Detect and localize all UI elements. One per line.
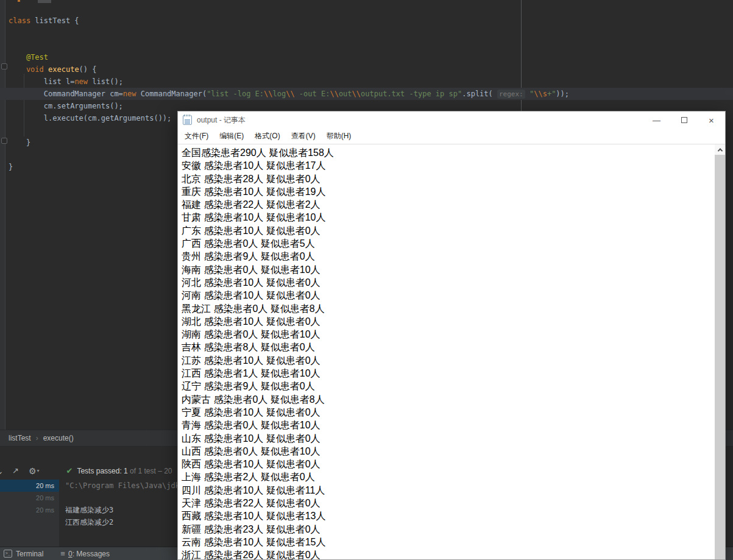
notepad-text-line: 湖北 感染患者10人 疑似患者0人 [182, 315, 715, 328]
messages-label: : Messages [73, 550, 110, 558]
notepad-menubar: 文件(F)编辑(E)格式(O)查看(V)帮助(H) [178, 129, 725, 144]
collapse-all-icon[interactable]: ⌄ [0, 466, 6, 476]
notepad-text-line: 山西 感染患者0人 疑似患者10人 [182, 445, 715, 458]
tests-passed-detail: of 1 test – 20 [128, 467, 172, 475]
terminal-icon: >_ [4, 550, 12, 558]
tab-remnant [38, 0, 51, 3]
menu-item-0[interactable]: 文件(F) [179, 131, 214, 141]
notepad-text-line: 全国感染患者290人 疑似患者158人 [182, 146, 715, 159]
scroll-up-button[interactable] [715, 144, 725, 155]
code-line [0, 27, 733, 39]
notepad-text-line: 新疆 感染患者23人 疑似患者0人 [182, 523, 715, 536]
menu-item-2[interactable]: 格式(O) [249, 131, 285, 141]
test-duration-row[interactable]: 20 ms [0, 492, 59, 504]
maximize-button[interactable] [670, 112, 698, 129]
notepad-icon [183, 115, 192, 125]
breadcrumb-class[interactable]: listTest [9, 434, 31, 442]
messages-icon: ≡ [60, 549, 65, 558]
chevron-right-icon: › [36, 434, 38, 442]
notepad-text-line: 河南 感染患者10人 疑似患者0人 [182, 289, 715, 302]
code-line: CommandManager cm=new CommandManager("li… [0, 88, 733, 100]
notepad-text-line: 重庆 感染患者10人 疑似患者19人 [182, 185, 715, 198]
notepad-text-line: 甘肃 感染患者10人 疑似患者10人 [182, 211, 715, 224]
gear-icon[interactable]: ⚙ [29, 466, 37, 476]
notepad-text-line: 江西 感染患者1人 疑似患者10人 [182, 367, 715, 380]
scroll-up-icon [717, 148, 722, 153]
notepad-text-line: 湖南 感染患者0人 疑似患者10人 [182, 328, 715, 341]
window-controls: — × [643, 112, 725, 129]
test-duration-list[interactable]: 20 ms20 ms20 ms [0, 480, 59, 547]
notepad-text-line: 广西 感染患者0人 疑似患者5人 [182, 237, 715, 250]
menu-item-3[interactable]: 查看(V) [286, 131, 321, 141]
breadcrumb-method[interactable]: execute() [43, 434, 74, 442]
notepad-text-line: 四川 感染患者10人 疑似患者11人 [182, 484, 715, 497]
notepad-text-line: 上海 感染患者2人 疑似患者0人 [182, 470, 715, 483]
code-line [0, 39, 733, 51]
messages-toolwindow-button[interactable]: 0: Messages [68, 550, 110, 558]
code-line: void execute() { [0, 63, 733, 76]
notepad-text-line: 河北 感染患者10人 疑似患者0人 [182, 276, 715, 289]
notepad-text-line: 北京 感染患者28人 疑似患者0人 [182, 172, 715, 185]
notepad-text-line: 内蒙古 感染患者0人 疑似患者8人 [182, 393, 715, 406]
code-remnant [18, 0, 20, 2]
notepad-window: output - 记事本 — × 文件(F)编辑(E)格式(O)查看(V)帮助(… [177, 111, 726, 560]
fold-icon[interactable] [1, 63, 7, 69]
maximize-icon [681, 117, 687, 123]
notepad-text-line: 西藏 感染患者10人 疑似患者13人 [182, 509, 715, 522]
notepad-text-line: 福建 感染患者22人 疑似患者2人 [182, 198, 715, 211]
notepad-text-line: 青海 感染患者0人 疑似患者10人 [182, 419, 715, 431]
notepad-text-line: 广东 感染患者10人 疑似患者0人 [182, 224, 715, 237]
screen: class listTest { @Test void execute() { … [0, 0, 733, 560]
tests-passed-check-icon: ✔ [66, 466, 73, 475]
code-line: @Test [0, 51, 733, 63]
menu-item-1[interactable]: 编辑(E) [214, 131, 249, 141]
code-line: cm.setArguments(); [0, 100, 733, 112]
code-line: list l=new list(); [0, 76, 733, 88]
notepad-text-line: 吉林 感染患者8人 疑似患者0人 [182, 341, 715, 353]
notepad-text-line: 陕西 感染患者10人 疑似患者0人 [182, 458, 715, 470]
code-line: class listTest { [0, 15, 733, 27]
messages-count: 0 [68, 550, 73, 558]
tests-passed-label: Tests passed: 1 [77, 467, 127, 475]
test-duration-row[interactable]: 20 ms [0, 480, 59, 492]
close-button[interactable]: × [698, 112, 725, 129]
notepad-text-line: 安徽 感染患者10人 疑似患者17人 [182, 159, 715, 172]
notepad-text-line: 山东 感染患者10人 疑似患者0人 [182, 432, 715, 445]
notepad-text-line: 黑龙江 感染患者0人 疑似患者8人 [182, 302, 715, 315]
menu-item-4[interactable]: 帮助(H) [321, 131, 357, 141]
notepad-window-title: output - 记事本 [197, 115, 246, 126]
notepad-titlebar[interactable]: output - 记事本 — × [178, 112, 725, 129]
chevron-down-icon: ▾ [37, 468, 39, 473]
notepad-text-area[interactable]: 全国感染患者290人 疑似患者158人安徽 感染患者10人 疑似患者17人北京 … [178, 144, 715, 559]
notepad-text-line: 浙江 感染患者26人 疑似患者0人 [182, 548, 715, 559]
notepad-text-line: 辽宁 感染患者9人 疑似患者0人 [182, 380, 715, 392]
notepad-text-line: 江苏 感染患者10人 疑似患者0人 [182, 354, 715, 367]
test-duration-row[interactable]: 20 ms [0, 504, 59, 516]
terminal-toolwindow-button[interactable]: Terminal [16, 550, 43, 558]
fold-icon[interactable] [1, 138, 7, 144]
notepad-text-line: 云南 感染患者10人 疑似患者15人 [182, 536, 715, 548]
notepad-text-line: 贵州 感染患者9人 疑似患者0人 [182, 250, 715, 263]
notepad-text-line: 宁夏 感染患者10人 疑似患者0人 [182, 406, 715, 419]
notepad-text-line: 海南 感染患者0人 疑似患者10人 [182, 263, 715, 276]
minimize-button[interactable]: — [643, 112, 670, 129]
notepad-text-line: 天津 感染患者22人 疑似患者0人 [182, 497, 715, 509]
export-results-icon[interactable]: ↗ [12, 466, 19, 475]
notepad-scrollbar[interactable] [715, 144, 725, 559]
scrollbar-thumb[interactable] [715, 155, 725, 559]
